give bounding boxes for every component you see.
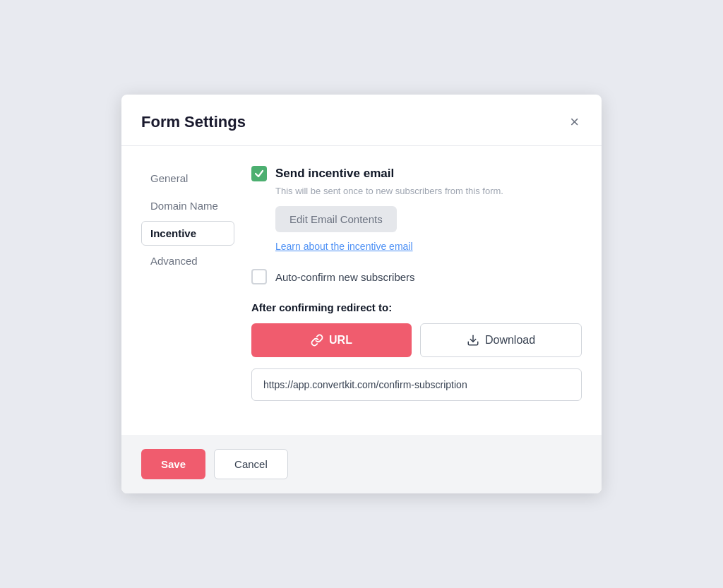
redirect-buttons: URL Download bbox=[251, 323, 582, 357]
auto-confirm-checkbox[interactable] bbox=[251, 269, 267, 284]
auto-confirm-row: Auto-confirm new subscribers bbox=[251, 269, 582, 284]
download-button-label: Download bbox=[485, 334, 535, 347]
send-incentive-checkbox[interactable] bbox=[251, 166, 267, 181]
send-incentive-section: Send incentive email This will be sent o… bbox=[251, 166, 582, 252]
send-incentive-row: Send incentive email bbox=[251, 166, 582, 181]
redirect-label: After confirming redirect to: bbox=[251, 301, 582, 313]
send-incentive-hint: This will be sent once to new subscriber… bbox=[275, 186, 582, 196]
edit-email-button[interactable]: Edit Email Contents bbox=[275, 206, 397, 232]
sidebar-item-advanced[interactable]: Advanced bbox=[141, 248, 234, 273]
link-icon bbox=[311, 334, 323, 347]
cancel-button[interactable]: Cancel bbox=[214, 449, 288, 479]
url-button[interactable]: URL bbox=[251, 323, 412, 357]
sidebar-item-domain-name[interactable]: Domain Name bbox=[141, 193, 234, 218]
download-button[interactable]: Download bbox=[420, 323, 582, 357]
auto-confirm-label: Auto-confirm new subscribers bbox=[275, 271, 415, 283]
url-input[interactable] bbox=[251, 368, 582, 401]
modal-footer: Save Cancel bbox=[121, 435, 602, 493]
checkmark-icon bbox=[254, 169, 264, 179]
sidebar-item-general[interactable]: General bbox=[141, 166, 234, 191]
form-settings-modal: Form Settings × General Domain Name Ince… bbox=[121, 95, 602, 493]
redirect-section: After confirming redirect to: URL bbox=[251, 301, 582, 401]
modal-header: Form Settings × bbox=[121, 95, 602, 146]
learn-incentive-link[interactable]: Learn about the incentive email bbox=[275, 241, 582, 252]
sidebar-item-incentive[interactable]: Incentive bbox=[141, 221, 234, 246]
modal-body: General Domain Name Incentive Advanced S… bbox=[121, 146, 602, 435]
save-button[interactable]: Save bbox=[141, 449, 205, 479]
sidebar: General Domain Name Incentive Advanced bbox=[121, 146, 234, 435]
url-button-label: URL bbox=[329, 334, 352, 347]
send-incentive-label: Send incentive email bbox=[275, 167, 394, 181]
content-area: Send incentive email This will be sent o… bbox=[234, 146, 602, 435]
modal-title: Form Settings bbox=[141, 113, 246, 131]
close-button[interactable]: × bbox=[567, 112, 582, 133]
download-icon bbox=[467, 334, 479, 347]
